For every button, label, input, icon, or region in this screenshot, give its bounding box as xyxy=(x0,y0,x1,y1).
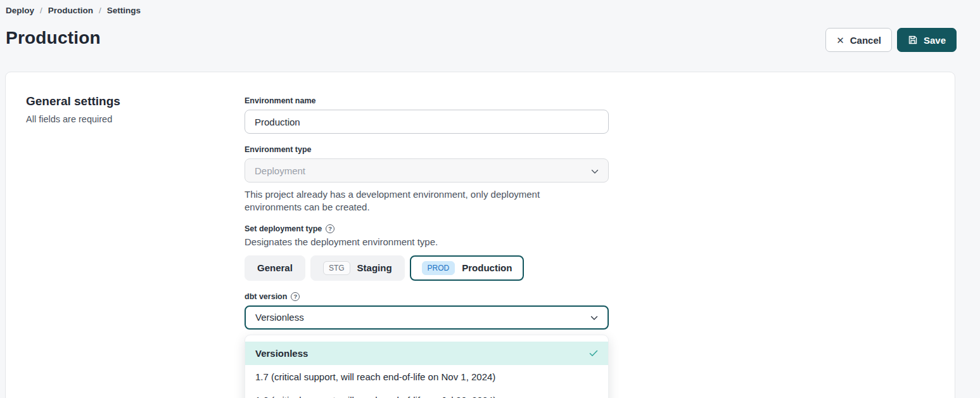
deployment-type-production-label: Production xyxy=(462,262,512,273)
cancel-button-label: Cancel xyxy=(850,35,881,46)
deployment-type-staging-label: Staging xyxy=(357,262,392,273)
deployment-type-staging-button[interactable]: STG Staging xyxy=(310,255,405,281)
breadcrumb-separator: / xyxy=(99,6,101,15)
close-icon: ✕ xyxy=(836,35,844,45)
deployment-type-label: Set deployment type xyxy=(245,224,322,233)
section-subtitle: All fields are required xyxy=(26,114,120,124)
save-button[interactable]: Save xyxy=(897,28,957,52)
deployment-type-general-label: General xyxy=(257,262,293,273)
help-icon[interactable]: ? xyxy=(291,292,300,301)
general-settings-card: General settings All fields are required… xyxy=(5,72,955,398)
deployment-type-label-row: Set deployment type ? xyxy=(245,224,609,233)
deployment-type-options: General STG Staging PROD Production xyxy=(245,255,609,281)
dbt-version-option-1-6[interactable]: 1.6 (critical support, will reach end-of… xyxy=(245,388,608,398)
cancel-button[interactable]: ✕ Cancel xyxy=(825,28,892,52)
breadcrumb-separator: / xyxy=(40,6,42,15)
prod-badge: PROD xyxy=(422,261,455,275)
header-actions: ✕ Cancel Save xyxy=(825,28,957,52)
environment-type-value: Deployment xyxy=(255,165,305,176)
dbt-version-label: dbt version xyxy=(245,292,287,301)
dbt-version-option-1-7[interactable]: 1.7 (critical support, will reach end-of… xyxy=(245,365,608,388)
breadcrumb-settings: Settings xyxy=(107,6,141,15)
environment-type-label: Environment type xyxy=(245,145,609,154)
dbt-version-select[interactable]: Versionless xyxy=(245,305,609,330)
deployment-type-helper: Designates the deployment environment ty… xyxy=(245,236,590,248)
breadcrumb: Deploy / Production / Settings xyxy=(6,6,141,15)
save-button-label: Save xyxy=(924,35,946,46)
chevron-down-icon xyxy=(590,312,598,323)
dbt-version-label-row: dbt version ? xyxy=(245,292,609,301)
section-title: General settings xyxy=(26,94,120,108)
chevron-down-icon xyxy=(591,165,599,176)
environment-name-label: Environment name xyxy=(245,96,609,105)
dbt-version-dropdown: Versionless 1.7 (critical support, will … xyxy=(245,335,609,398)
option-label: 1.7 (critical support, will reach end-of… xyxy=(255,371,495,382)
breadcrumb-production[interactable]: Production xyxy=(48,6,93,15)
staging-badge: STG xyxy=(323,261,350,275)
help-icon[interactable]: ? xyxy=(326,224,334,233)
environment-type-helper: This project already has a development e… xyxy=(245,188,590,214)
save-icon xyxy=(908,35,918,45)
option-label: Versionless xyxy=(255,348,308,359)
environment-type-select: Deployment xyxy=(245,158,609,183)
page-title: Production xyxy=(6,28,101,48)
deployment-type-general-button[interactable]: General xyxy=(245,255,305,281)
deployment-type-production-button[interactable]: PROD Production xyxy=(410,255,525,281)
option-label: 1.6 (critical support, will reach end-of… xyxy=(255,395,496,398)
settings-form: Environment name Environment type Deploy… xyxy=(245,96,609,398)
breadcrumb-deploy[interactable]: Deploy xyxy=(6,6,34,15)
check-icon xyxy=(589,348,598,359)
environment-name-input[interactable] xyxy=(245,110,609,134)
environment-settings-page: Deploy / Production / Settings Productio… xyxy=(0,0,980,398)
section-head: General settings All fields are required xyxy=(26,94,120,124)
dbt-version-value: Versionless xyxy=(255,312,304,323)
dbt-version-option-versionless[interactable]: Versionless xyxy=(245,342,608,365)
